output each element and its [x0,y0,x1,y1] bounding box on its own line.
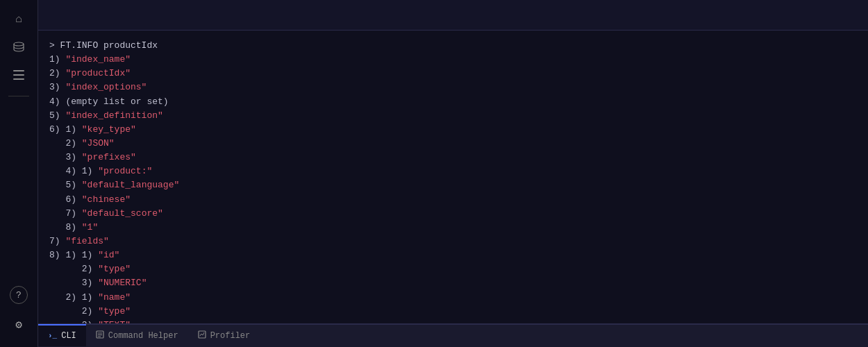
cli-line: 4) (empty list or set) [49,95,857,109]
cli-line: 5) "default_language" [49,178,857,192]
cli-line: 5) "index_definition" [49,109,857,123]
cli-line: 3) "NUMERIC" [49,276,857,290]
tab-label: Profiler [210,331,251,341]
profiler-tab-icon [198,330,206,341]
cli-output[interactable]: > FT.INFO productIdx1) "index_name"2) "p… [38,31,868,323]
cli-line: 2) "type" [49,305,857,319]
svg-rect-1 [13,70,24,71]
cli-line: 2) "productIdx" [49,67,857,81]
cli-line: 2) 1) "name" [49,291,857,305]
tab-cli[interactable]: ›_CLI [38,324,86,346]
settings-icon[interactable]: ⚙ [6,312,31,337]
cli-line: 2) "type" [49,262,857,276]
tab-label: CLI [61,331,76,341]
cli-line: 4) 1) "product:" [49,164,857,178]
sidebar-divider [8,96,29,96]
topbar [38,0,868,31]
tab-profiler[interactable]: Profiler [188,324,260,346]
cli-line: 3) "prefixes" [49,151,857,164]
help-icon[interactable]: ? [10,286,28,304]
cli-line: > FT.INFO productIdx [49,39,857,53]
svg-point-0 [14,42,24,46]
tab-label: Command Helper [108,331,178,341]
database-icon[interactable] [6,35,31,60]
list-icon[interactable] [6,62,31,87]
cli-line: 6) 1) "key_type" [49,123,857,137]
sidebar: ⌂ ? ⚙ [0,0,38,347]
tab-command-helper[interactable]: Command Helper [86,324,188,346]
cli-line: 7) "fields" [49,235,857,248]
cli-line: 1) "index_name" [49,53,857,67]
cli-line: 2) "JSON" [49,137,857,151]
cli-line: 7) "default_score" [49,207,857,221]
home-icon[interactable]: ⌂ [6,7,31,32]
cli-line: 6) "chinese" [49,193,857,207]
cli-line: 3) "index_options" [49,81,857,94]
cli-tab-icon: ›_ [48,332,57,340]
svg-rect-2 [13,74,24,76]
sidebar-bottom: ? ⚙ [6,286,31,340]
tabbar: ›_CLI Command Helper Profiler [38,323,868,347]
svg-rect-3 [13,78,24,80]
cli-line: 8) "1" [49,221,857,235]
command-helper-tab-icon [96,330,104,341]
cli-line: 8) 1) 1) "id" [49,248,857,262]
cli-line: 3) "TEXT" [49,319,857,323]
main-panel: > FT.INFO productIdx1) "index_name"2) "p… [38,0,868,347]
